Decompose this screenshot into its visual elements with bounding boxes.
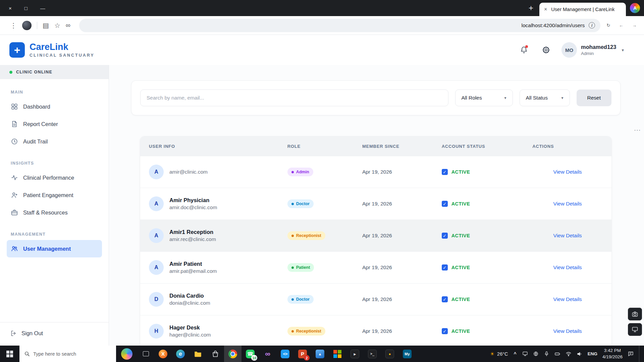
tray-display-button[interactable] — [522, 351, 528, 357]
taskbar-app-media-player[interactable]: ▸ — [346, 346, 364, 362]
sidebar-item-audit-trail[interactable]: Audit Trail — [7, 133, 102, 150]
user-plus-icon — [11, 191, 18, 199]
toolbar-profile-avatar[interactable] — [22, 21, 32, 30]
browser-menu-icon[interactable]: ⋮ — [7, 21, 19, 29]
bookmark-star-icon[interactable]: ☆ — [52, 21, 63, 29]
tray-network-button[interactable] — [533, 351, 539, 357]
table-body: A amir@clinic.com Admin Apr 19, 2026 ✓AC… — [140, 156, 611, 346]
taskbar-clock[interactable]: 3:42 PM 4/19/2026 — [602, 348, 623, 360]
visual-studio-icon: ∞ — [263, 350, 272, 358]
taskbar-app-photos[interactable]: ▲ — [311, 346, 329, 362]
url-text[interactable]: localhost:4200/admin/users — [521, 22, 585, 28]
side-panel-icon[interactable]: ▤ — [40, 21, 52, 29]
status-checkbox[interactable]: ✓ — [442, 233, 448, 239]
task-view-button[interactable] — [138, 346, 154, 362]
sidebar-item-staff-resources[interactable]: Staff & Resources — [7, 204, 102, 221]
hidden-icons-chevron[interactable]: ^ — [513, 351, 517, 357]
language-indicator[interactable]: ENG — [588, 351, 597, 356]
table-row[interactable]: A Amir Physician amir.doc@clinic.com Doc… — [140, 188, 611, 220]
taskbar-app-edge[interactable]: e — [172, 346, 189, 362]
browser-profile-avatar[interactable]: A — [630, 3, 640, 13]
view-details-link[interactable]: View Details — [553, 201, 582, 207]
browser-tab[interactable]: × User Management | CareLink — [539, 3, 626, 16]
weather-tray-widget[interactable]: ☀ 26°C — [490, 351, 508, 357]
taskbar-app-terminal[interactable]: >_ — [364, 346, 381, 362]
taskbar-app-powerpoint[interactable]: P 2 — [294, 346, 311, 362]
taskbar-search-input[interactable] — [33, 351, 111, 357]
table-row[interactable]: D Donia Cardio donia@clinic.com Doctor A… — [140, 283, 611, 315]
status-checkbox[interactable]: ✓ — [442, 264, 448, 270]
roles-filter-value: All Roles — [462, 95, 482, 101]
avatar: A — [149, 260, 164, 275]
start-button[interactable] — [0, 346, 19, 362]
taskbar-app-xampp[interactable]: X — [154, 346, 172, 362]
notification-center-icon — [628, 351, 634, 357]
back-icon[interactable]: ← — [619, 23, 623, 28]
new-tab-button[interactable]: + — [527, 3, 535, 13]
reload-icon[interactable]: ↻ — [606, 23, 610, 28]
dock-handle-dots-icon[interactable]: ⋯ — [634, 126, 641, 134]
view-details-link[interactable]: View Details — [553, 296, 582, 302]
avatar: H — [149, 324, 164, 339]
taskbar-app-mysql[interactable]: My — [398, 346, 416, 362]
taskbar-app-vscode[interactable]: <> — [276, 346, 294, 362]
taskbar-app-whatsapp[interactable]: ☎ 10 — [241, 346, 259, 362]
status-checkbox[interactable]: ✓ — [442, 296, 448, 302]
widgets-button[interactable] — [116, 346, 138, 362]
site-info-icon[interactable]: i — [589, 22, 595, 28]
users-table: USER INFO ROLE MEMBER SINCE ACCOUNT STAT… — [140, 136, 612, 346]
sidebar-item-dashboard[interactable]: Dashboard — [7, 98, 102, 115]
status-checkbox[interactable]: ✓ — [442, 169, 448, 175]
dock-screen-record-button[interactable] — [628, 323, 642, 336]
tray-microphone-button[interactable] — [544, 351, 549, 357]
search-input[interactable] — [140, 89, 448, 106]
user-menu[interactable]: MO mohamed123 Admin ▾ — [561, 42, 624, 58]
table-row[interactable]: A amir@clinic.com Admin Apr 19, 2026 ✓AC… — [140, 156, 611, 188]
taskbar-app-visual-studio[interactable]: ∞ — [259, 346, 276, 362]
status-checkbox[interactable]: ✓ — [442, 328, 448, 334]
sidebar-item-clinical-performance[interactable]: Clinical Performance — [7, 169, 102, 186]
taskbar-search[interactable] — [19, 346, 116, 362]
table-row[interactable]: H Hager Desk hager@clinic.com Receptioni… — [140, 315, 611, 346]
taskbar-app-office[interactable] — [329, 346, 346, 362]
settings-button[interactable] — [539, 43, 553, 57]
sign-out-button[interactable]: Sign Out — [10, 330, 99, 337]
role-label: Admin — [296, 170, 309, 174]
window-restore-button[interactable]: □ — [24, 5, 28, 11]
taskbar-app-chrome[interactable] — [224, 346, 241, 362]
user-avatar: MO — [561, 42, 577, 58]
tray-battery-button[interactable] — [554, 351, 560, 357]
windows-logo-icon — [6, 351, 13, 357]
tray-wifi-button[interactable] — [566, 351, 572, 357]
reset-button[interactable]: Reset — [577, 89, 612, 106]
status-checkbox[interactable]: ✓ — [442, 201, 448, 207]
action-center-button[interactable] — [628, 351, 634, 357]
sidebar-item-user-management[interactable]: User Management — [7, 240, 102, 257]
view-details-link[interactable]: View Details — [553, 264, 582, 270]
show-desktop-strip[interactable] — [639, 346, 641, 362]
view-details-link[interactable]: View Details — [553, 233, 582, 239]
status-filter-select[interactable]: All Status ▾ — [520, 89, 570, 106]
table-row[interactable]: A Amir1 Reception amir.rec@clinic.com Re… — [140, 220, 611, 251]
roles-filter-select[interactable]: All Roles ▾ — [455, 89, 513, 106]
dock-camera-button[interactable] — [628, 308, 642, 320]
sidebar-item-patient-engagement[interactable]: Patient Engagement — [7, 186, 102, 204]
terminal-icon: >_ — [368, 350, 377, 358]
time-label: 3:42 PM — [602, 348, 623, 354]
address-bar[interactable]: localhost:4200/admin/users i — [79, 19, 600, 32]
extension-icon[interactable]: ∞ — [63, 21, 73, 29]
view-details-link[interactable]: View Details — [553, 328, 582, 334]
taskbar-app-file-explorer[interactable] — [189, 346, 207, 362]
tab-close-icon[interactable]: × — [544, 6, 547, 12]
table-row[interactable]: A Amir Patient amir.pat@email.com Patien… — [140, 251, 611, 283]
chevron-down-icon: ▾ — [504, 96, 506, 100]
forward-icon[interactable]: → — [632, 23, 637, 28]
view-details-link[interactable]: View Details — [553, 169, 582, 175]
notifications-button[interactable] — [517, 43, 531, 57]
sidebar-item-report-center[interactable]: Report Center — [7, 115, 102, 133]
taskbar-app-screen-recorder[interactable]: ● — [381, 346, 398, 362]
taskbar-app-store[interactable] — [207, 346, 224, 362]
window-minimize-button[interactable]: — — [40, 5, 45, 11]
window-close-button[interactable]: × — [9, 5, 12, 11]
tray-volume-button[interactable] — [577, 351, 583, 357]
